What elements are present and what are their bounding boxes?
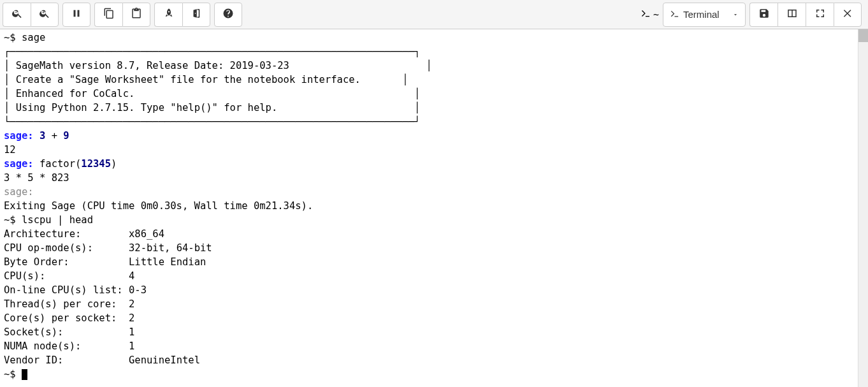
zoom-in-button[interactable]: [31, 3, 59, 27]
terminal-icon: [670, 9, 679, 20]
clipboard-group: [94, 3, 150, 27]
close-icon: [842, 8, 853, 22]
help-group: [214, 3, 242, 27]
path-text: ~: [653, 9, 659, 20]
copy-icon: [103, 8, 115, 22]
paste-icon: [131, 8, 142, 22]
actions-group: [154, 3, 210, 27]
pause-icon: [71, 8, 82, 22]
copy-button[interactable]: [94, 3, 122, 27]
expand-icon: [814, 8, 826, 22]
rocket-icon: [163, 8, 175, 22]
exit-button[interactable]: [182, 3, 210, 27]
fullscreen-button[interactable]: [806, 3, 834, 27]
pause-group: [62, 3, 90, 27]
scroll-thumb[interactable]: [858, 29, 868, 42]
zoom-in-icon: [39, 8, 50, 22]
layout-group: [749, 3, 862, 27]
terminal-path-label: ~: [637, 8, 663, 21]
terminal-icon: [640, 8, 651, 21]
save-button[interactable]: [749, 3, 778, 27]
toolbar: ~ Terminal: [0, 0, 868, 29]
scrollbar[interactable]: [858, 29, 868, 387]
help-icon: [222, 8, 234, 22]
caret-down-icon: [732, 9, 739, 20]
help-button[interactable]: [214, 3, 242, 27]
file-type-label: Terminal: [683, 9, 720, 20]
cursor: [22, 369, 27, 380]
rocket-button[interactable]: [154, 3, 182, 27]
file-type-group: Terminal: [663, 3, 746, 27]
save-icon: [758, 8, 770, 22]
door-exit-icon: [191, 8, 202, 22]
terminal-output[interactable]: ~$ sage ┌───────────────────────────────…: [0, 29, 858, 387]
zoom-out-button[interactable]: [3, 3, 31, 27]
split-button[interactable]: [778, 3, 806, 27]
zoom-group: [3, 3, 59, 27]
zoom-out-icon: [11, 8, 23, 22]
columns-icon: [786, 8, 798, 22]
file-type-dropdown[interactable]: Terminal: [663, 3, 746, 27]
pause-button[interactable]: [62, 3, 90, 27]
paste-button[interactable]: [122, 3, 150, 27]
close-button[interactable]: [834, 3, 862, 27]
